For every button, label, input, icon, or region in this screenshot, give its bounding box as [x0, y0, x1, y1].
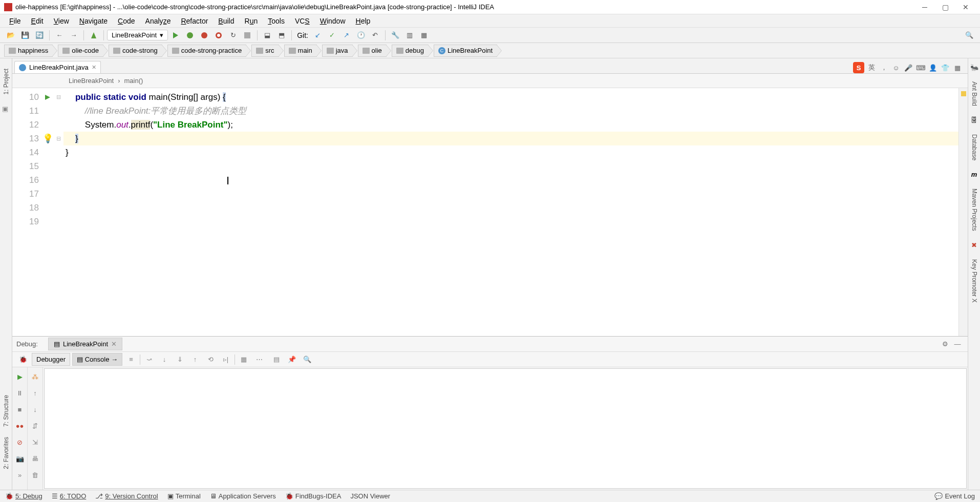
- stop-icon[interactable]: [241, 29, 254, 42]
- file-tab[interactable]: LineBreakPoint.java ✕: [14, 61, 101, 73]
- commit-icon[interactable]: ✓: [326, 29, 339, 42]
- export-icon[interactable]: ⇲: [29, 436, 41, 448]
- ime-user-icon[interactable]: 👤: [928, 62, 938, 73]
- coverage-icon[interactable]: [198, 29, 211, 42]
- filter-icon[interactable]: ⇵: [29, 420, 41, 432]
- menu-analyze[interactable]: Analyze: [140, 16, 176, 26]
- gear-icon[interactable]: ⚙: [939, 340, 951, 348]
- ime-keyboard-icon[interactable]: ⌨: [915, 62, 926, 73]
- console-output[interactable]: [44, 368, 967, 489]
- open-icon[interactable]: 📂: [4, 29, 17, 42]
- breadcrumb-item[interactable]: happiness: [4, 45, 53, 57]
- minimize-panel-icon[interactable]: —: [951, 340, 964, 348]
- menu-window[interactable]: Window: [315, 16, 351, 26]
- settings-icon[interactable]: 🔍: [301, 353, 314, 366]
- maven-icon[interactable]: m: [971, 171, 977, 178]
- up-icon[interactable]: ↑: [29, 387, 41, 399]
- tool-favorites[interactable]: 2: Favorites: [3, 437, 10, 469]
- pin-icon[interactable]: 📌: [285, 353, 299, 366]
- run-config-selector[interactable]: LineBreakPoint ▾: [107, 30, 168, 40]
- forward-icon[interactable]: →: [67, 29, 80, 42]
- breadcrumb-item[interactable]: code-strong-practice: [167, 45, 247, 57]
- console-tab[interactable]: ▤ Console →: [72, 353, 122, 366]
- update-icon[interactable]: ↙: [311, 29, 325, 42]
- menu-vcs[interactable]: VCS: [290, 16, 315, 26]
- menu-file[interactable]: File: [4, 16, 26, 26]
- ime-grid-icon[interactable]: ▦: [952, 62, 963, 73]
- ime-punct-icon[interactable]: ，: [879, 62, 889, 73]
- camera-icon[interactable]: 📷: [14, 452, 26, 465]
- more-icon[interactable]: ▦: [417, 29, 431, 42]
- trash-icon[interactable]: 🗑: [29, 469, 41, 481]
- breadcrumb-item[interactable]: src: [251, 45, 279, 57]
- print-icon[interactable]: 🖶: [29, 452, 41, 465]
- tool-maven[interactable]: Maven Projects: [971, 189, 978, 231]
- wrench-icon[interactable]: 🔧: [389, 29, 402, 42]
- close-button[interactable]: ✕: [955, 1, 976, 13]
- ime-emoji-icon[interactable]: ☺: [891, 62, 901, 73]
- menu-edit[interactable]: Edit: [26, 16, 49, 26]
- menu-code[interactable]: Code: [113, 16, 140, 26]
- breadcrumb-item[interactable]: java: [322, 45, 353, 57]
- ime-mic-icon[interactable]: 🎤: [903, 62, 913, 73]
- profile-icon[interactable]: [212, 29, 225, 42]
- close-icon[interactable]: ✕: [111, 340, 117, 348]
- tool-database[interactable]: Database: [971, 134, 978, 160]
- code-area[interactable]: public static void main(String[] args) {…: [63, 88, 958, 336]
- force-step-icon[interactable]: ⇓: [173, 353, 186, 366]
- menu-view[interactable]: View: [49, 16, 74, 26]
- more-icon[interactable]: »: [14, 469, 26, 481]
- layout-icon[interactable]: ⬓: [261, 29, 274, 42]
- mute-breakpoints-icon[interactable]: ⊘: [14, 436, 26, 448]
- status-json[interactable]: JSON Viewer: [350, 492, 390, 500]
- menu-run[interactable]: Run: [240, 16, 263, 26]
- ime-skin-icon[interactable]: 👕: [940, 62, 950, 73]
- bug-icon[interactable]: 🐞: [16, 355, 30, 363]
- stop-icon[interactable]: ■: [14, 403, 26, 415]
- tool-project[interactable]: 1: Project: [3, 69, 10, 95]
- run-cursor-icon[interactable]: ▹|: [219, 353, 232, 366]
- build-icon[interactable]: [87, 29, 100, 42]
- layout-icon[interactable]: ⬒: [275, 29, 288, 42]
- breakpoints-icon[interactable]: ●●: [14, 420, 26, 432]
- step-into-icon[interactable]: ↓: [158, 353, 171, 366]
- database-icon[interactable]: 🗄: [971, 116, 977, 124]
- drop-frame-icon[interactable]: ⟲: [204, 353, 217, 366]
- nav-method[interactable]: main(): [124, 77, 143, 85]
- status-findbugs[interactable]: 🐞 FindBugs-IDEA: [285, 492, 342, 500]
- rerun-icon[interactable]: ▶: [14, 370, 26, 383]
- breadcrumb-item[interactable]: main: [284, 45, 317, 57]
- attach-icon[interactable]: ↻: [226, 29, 240, 42]
- debugger-tab[interactable]: Debugger: [32, 353, 70, 366]
- status-debug[interactable]: 🐞 5: Debug: [5, 492, 42, 500]
- bulb-icon[interactable]: 💡: [42, 132, 53, 145]
- fold-icon[interactable]: ⊟: [53, 90, 63, 104]
- breadcrumb-item[interactable]: olie-code: [58, 45, 103, 57]
- pause-icon[interactable]: ⏸: [14, 387, 26, 399]
- tool-ant[interactable]: Ant Build: [971, 81, 978, 106]
- menu-refactor[interactable]: Refactor: [176, 16, 213, 26]
- run-gutter-icon[interactable]: [42, 90, 53, 104]
- code-editor[interactable]: 10111213141516171819 💡 ⊟⊟ public static …: [12, 88, 968, 336]
- text-icon[interactable]: ≡: [124, 353, 138, 366]
- step-over-icon[interactable]: ⤻: [142, 353, 156, 366]
- status-terminal[interactable]: ▣ Terminal: [167, 492, 201, 500]
- menu-build[interactable]: Build: [213, 16, 239, 26]
- threads-icon[interactable]: ⁂: [29, 370, 41, 383]
- menu-tools[interactable]: Tools: [263, 16, 290, 26]
- tool-structure[interactable]: 7: Structure: [3, 395, 10, 427]
- close-tab-icon[interactable]: ✕: [92, 64, 96, 71]
- rollback-icon[interactable]: ↶: [369, 29, 382, 42]
- status-vcs[interactable]: ⎇ 9: Version Control: [95, 492, 158, 500]
- menu-help[interactable]: Help: [351, 16, 376, 26]
- ime-lang[interactable]: 英: [866, 62, 877, 73]
- more-icon[interactable]: ⋯: [252, 353, 266, 366]
- step-out-icon[interactable]: ↑: [188, 353, 202, 366]
- evaluate-icon[interactable]: ▦: [237, 353, 250, 366]
- warning-marker-icon[interactable]: [961, 91, 966, 96]
- debug-run-tab[interactable]: ▤ LineBreakPoint ✕: [48, 338, 122, 350]
- breadcrumb-item[interactable]: code-strong: [109, 45, 162, 57]
- structure-icon[interactable]: ▥: [403, 29, 416, 42]
- debug-icon[interactable]: [183, 29, 197, 42]
- sync-icon[interactable]: 🔄: [33, 29, 46, 42]
